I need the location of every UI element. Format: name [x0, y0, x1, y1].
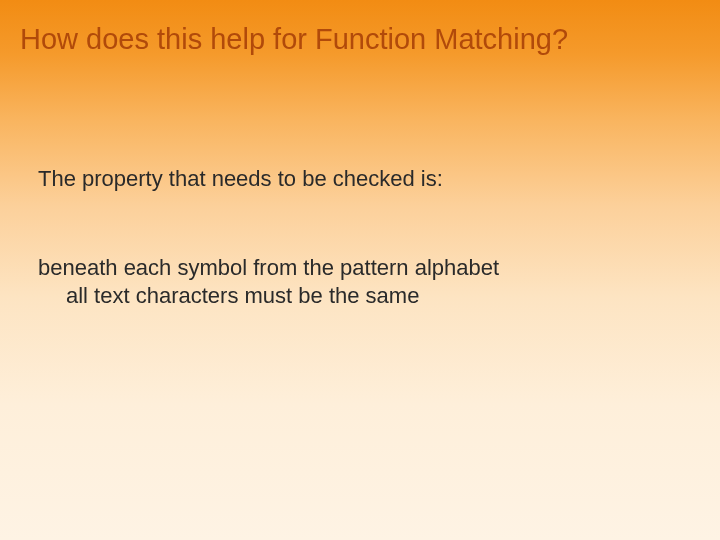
slide: How does this help for Function Matching… [0, 0, 720, 540]
intro-text: The property that needs to be checked is… [38, 165, 660, 194]
slide-title: How does this help for Function Matching… [20, 22, 700, 57]
statement-line-1: beneath each symbol from the pattern alp… [38, 255, 499, 280]
statement-block: beneath each symbol from the pattern alp… [38, 254, 660, 311]
statement-line-2: all text characters must be the same [38, 282, 660, 311]
slide-body: The property that needs to be checked is… [38, 165, 660, 311]
